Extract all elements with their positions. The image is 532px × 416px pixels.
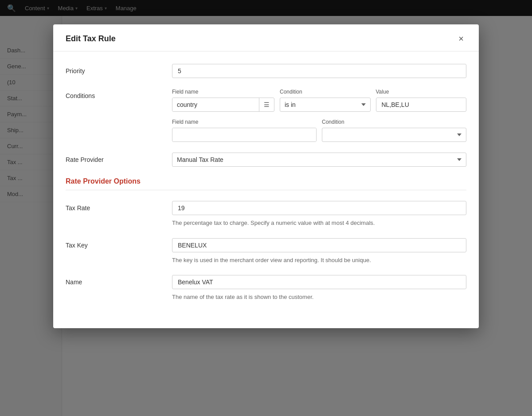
field-name-input-wrapper1: ☰ bbox=[172, 98, 274, 112]
tax-key-label: Tax Key bbox=[66, 238, 172, 249]
conditions-field: Field name ☰ Condition is in - bbox=[172, 89, 466, 142]
condition2-select[interactable]: is in is not in equals bbox=[322, 128, 466, 142]
priority-input[interactable] bbox=[172, 64, 466, 78]
priority-field bbox=[172, 64, 466, 78]
tax-key-row: Tax Key The key is used in the merchant … bbox=[66, 238, 466, 265]
field-name-input-wrapper2 bbox=[172, 128, 317, 142]
condition1-value-input[interactable] bbox=[376, 98, 467, 112]
condition1-value-col: Value bbox=[376, 89, 467, 112]
condition-header2: Condition bbox=[322, 119, 466, 125]
conditions-label: Conditions bbox=[66, 89, 172, 99]
modal-close-button[interactable]: × bbox=[456, 33, 466, 44]
priority-row: Priority bbox=[66, 64, 466, 78]
field-name-input2[interactable] bbox=[172, 128, 316, 141]
tax-rate-row: Tax Rate The percentage tax to charge. S… bbox=[66, 201, 466, 228]
rate-provider-options-header: Rate Provider Options bbox=[66, 177, 466, 190]
conditions-row: Conditions Field name ☰ bbox=[66, 89, 466, 142]
field-name-header2: Field name bbox=[172, 119, 317, 125]
modal-title: Edit Tax Rule bbox=[66, 34, 116, 43]
edit-tax-rule-modal: Edit Tax Rule × Priority Conditions bbox=[53, 24, 479, 328]
rate-provider-field: Manual Tax Rate Country Rate bbox=[172, 153, 466, 167]
tax-key-help: The key is used in the merchant order vi… bbox=[172, 256, 466, 265]
condition-header1: Condition bbox=[280, 89, 371, 95]
rate-provider-options-section: Rate Provider Options Tax Rate The perce… bbox=[66, 177, 466, 302]
condition-headers-row: Field name ☰ Condition is in - bbox=[172, 89, 466, 112]
condition2-row: Field name Condition is in is bbox=[172, 119, 466, 142]
condition2-field-col: Field name bbox=[172, 119, 317, 142]
rate-provider-label: Rate Provider bbox=[66, 153, 172, 163]
modal-overlay: Edit Tax Rule × Priority Conditions bbox=[0, 0, 532, 416]
name-help: The name of the tax rate as it is shown … bbox=[172, 293, 466, 302]
tax-rate-label: Tax Rate bbox=[66, 201, 172, 212]
tax-rate-help: The percentage tax to charge. Specify a … bbox=[172, 219, 466, 228]
conditions-grid: Field name ☰ Condition is in - bbox=[172, 89, 466, 142]
modal-body: Priority Conditions Field name bbox=[53, 51, 479, 328]
condition1-field-col: Field name ☰ bbox=[172, 89, 274, 112]
tax-rate-field: The percentage tax to charge. Specify a … bbox=[172, 201, 466, 228]
tax-key-field: The key is used in the merchant order vi… bbox=[172, 238, 466, 265]
condition1-cond-col: Condition is in -- select -- is not in e… bbox=[280, 89, 371, 112]
value-header1: Value bbox=[376, 89, 467, 95]
name-row: Name The name of the tax rate as it is s… bbox=[66, 275, 466, 302]
tax-rate-input[interactable] bbox=[172, 201, 466, 215]
condition1-select[interactable]: is in -- select -- is not in equals bbox=[280, 98, 371, 112]
field-name-header1: Field name bbox=[172, 89, 274, 95]
name-input[interactable] bbox=[172, 275, 466, 289]
rate-provider-row: Rate Provider Manual Tax Rate Country Ra… bbox=[66, 153, 466, 167]
field-name-browse-icon[interactable]: ☰ bbox=[259, 98, 274, 111]
name-label: Name bbox=[66, 275, 172, 286]
rate-provider-select[interactable]: Manual Tax Rate Country Rate bbox=[172, 153, 466, 167]
condition2-cond-col: Condition is in is not in equals bbox=[322, 119, 466, 142]
priority-label: Priority bbox=[66, 64, 172, 75]
name-field: The name of the tax rate as it is shown … bbox=[172, 275, 466, 302]
tax-key-input[interactable] bbox=[172, 238, 466, 252]
field-name-input1[interactable] bbox=[172, 98, 259, 111]
modal-header: Edit Tax Rule × bbox=[53, 24, 479, 51]
